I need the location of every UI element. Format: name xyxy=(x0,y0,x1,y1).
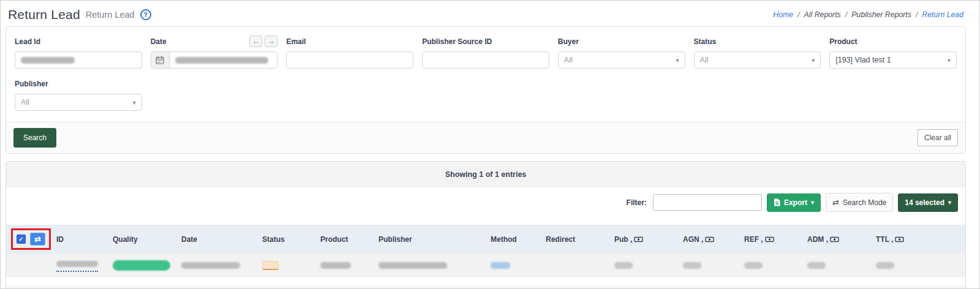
column-header-method: Method xyxy=(486,225,541,253)
status-label: Status xyxy=(694,37,717,46)
chevron-down-icon: ▾ xyxy=(133,99,136,106)
row-agn-cell xyxy=(678,253,739,277)
page: Return Lead Return Lead ? Home / All Rep… xyxy=(1,1,979,289)
buyer-value: All xyxy=(564,56,573,64)
lead-id-label: Lead Id xyxy=(15,37,40,46)
showing-entries-top: Showing 1 of 1 entries xyxy=(6,162,965,187)
columns-selected-button[interactable]: 14 selected ▾ xyxy=(898,193,958,212)
help-icon[interactable]: ? xyxy=(140,9,151,20)
redacted-date-value xyxy=(181,262,240,269)
chevron-down-icon: ▾ xyxy=(812,57,815,64)
lead-id-field: Lead Id xyxy=(15,36,142,69)
publisher-value: All xyxy=(21,98,29,107)
breadcrumb-current[interactable]: Return Lead xyxy=(922,10,963,19)
column-header-quality: Quality xyxy=(108,225,176,253)
product-field: Product [193] Vlad test 1 ▾ xyxy=(829,36,957,69)
header-select-cell: ✓ ⇄ xyxy=(6,225,51,253)
buyer-field: Buyer All ▾ xyxy=(558,36,685,69)
column-header-date: Date xyxy=(176,225,257,253)
breadcrumb-publisher-reports: Publisher Reports xyxy=(851,10,911,19)
status-value: All xyxy=(700,56,709,64)
file-export-icon xyxy=(774,198,780,206)
clear-all-button[interactable]: Clear all xyxy=(918,129,958,146)
date-prev-button[interactable]: ← xyxy=(249,36,262,47)
lead-id-input[interactable] xyxy=(15,51,142,69)
row-date-cell xyxy=(176,253,257,277)
product-select[interactable]: [193] Vlad test 1 ▾ xyxy=(829,51,957,69)
publisher-source-id-input[interactable] xyxy=(422,51,549,69)
row-method-cell[interactable] xyxy=(486,253,541,277)
row-select-cell xyxy=(6,253,51,277)
redacted-publisher-value xyxy=(379,262,447,269)
export-button[interactable]: Export ▾ xyxy=(767,193,821,212)
money-icon xyxy=(634,236,643,242)
publisher-source-id-label: Publisher Source ID xyxy=(422,37,492,46)
publisher-label: Publisher xyxy=(15,80,48,88)
product-value: [193] Vlad test 1 xyxy=(835,56,891,64)
date-range-input[interactable] xyxy=(170,52,277,68)
status-badge xyxy=(262,261,279,270)
redacted-adm-value xyxy=(807,262,826,269)
row-redirect-cell xyxy=(541,253,609,277)
row-id-cell[interactable] xyxy=(51,253,108,277)
money-icon xyxy=(765,236,774,242)
columns-selected-label: 14 selected xyxy=(905,198,944,207)
redacted-pub-value xyxy=(614,262,633,269)
table-row xyxy=(6,253,965,277)
breadcrumb: Home / All Reports / Publisher Reports /… xyxy=(773,10,963,19)
agn-label: AGN , xyxy=(683,235,703,244)
search-button[interactable]: Search xyxy=(13,128,56,148)
calendar-icon[interactable] xyxy=(151,52,170,68)
breadcrumb-home[interactable]: Home xyxy=(773,10,793,19)
email-label: Email xyxy=(286,37,306,46)
redacted-date-range-value xyxy=(175,57,268,64)
row-product-cell xyxy=(315,253,374,277)
results-table: ✓ ⇄ ID Quality Date Status Product Publi… xyxy=(6,225,965,277)
column-header-redirect: Redirect xyxy=(541,225,609,253)
breadcrumb-all-reports: All Reports xyxy=(804,10,841,19)
column-header-adm: ADM , xyxy=(802,225,871,253)
row-adm-cell xyxy=(802,253,871,277)
redacted-lead-id-value xyxy=(21,57,75,64)
search-mode-label: Search Mode xyxy=(843,198,886,207)
toggle-columns-icon[interactable]: ⇄ xyxy=(30,233,45,246)
buyer-select[interactable]: All ▾ xyxy=(558,51,685,69)
redacted-ref-value xyxy=(744,262,763,269)
publisher-select[interactable]: All ▾ xyxy=(15,94,142,111)
breadcrumb-separator: / xyxy=(916,10,918,19)
redacted-agn-value xyxy=(683,262,701,269)
table-header-row: ✓ ⇄ ID Quality Date Status Product Publi… xyxy=(6,225,965,253)
row-pub-cell xyxy=(609,253,678,277)
row-status-cell xyxy=(257,253,315,277)
search-mode-button[interactable]: ⇄ Search Mode xyxy=(826,193,893,212)
status-select[interactable]: All ▾ xyxy=(694,51,821,69)
quality-badge xyxy=(113,260,170,271)
product-label: Product xyxy=(829,37,857,46)
page-subtitle: Return Lead xyxy=(86,10,135,20)
row-ttl-cell xyxy=(871,253,965,277)
date-next-button[interactable]: → xyxy=(265,36,277,47)
table-filter-label: Filter: xyxy=(627,198,647,207)
publisher-field: Publisher All ▾ xyxy=(15,78,142,111)
swap-icon: ⇄ xyxy=(832,198,839,207)
chevron-down-icon: ▾ xyxy=(811,199,814,206)
page-title: Return Lead xyxy=(8,7,80,22)
redacted-method-value xyxy=(491,262,510,269)
buyer-label: Buyer xyxy=(558,37,579,46)
ttl-label: TTL , xyxy=(876,235,893,244)
adm-label: ADM , xyxy=(807,235,828,244)
table-toolbar: Filter: Export ▾ ⇄ Search Mode 14 select… xyxy=(6,187,965,217)
row-ref-cell xyxy=(739,253,802,277)
table-filter-input[interactable] xyxy=(653,194,762,211)
column-header-publisher: Publisher xyxy=(374,225,486,253)
row-publisher-cell xyxy=(374,253,486,277)
select-all-checkbox[interactable]: ✓ xyxy=(17,235,26,244)
column-header-ref: REF , xyxy=(739,225,802,253)
redacted-product-value xyxy=(320,262,351,269)
chevron-down-icon: ▾ xyxy=(948,199,951,206)
column-header-pub: Pub , xyxy=(609,225,678,253)
email-field: Email xyxy=(286,36,413,69)
money-icon xyxy=(895,236,904,242)
status-field: Status All ▾ xyxy=(694,36,821,69)
email-input[interactable] xyxy=(286,51,413,69)
